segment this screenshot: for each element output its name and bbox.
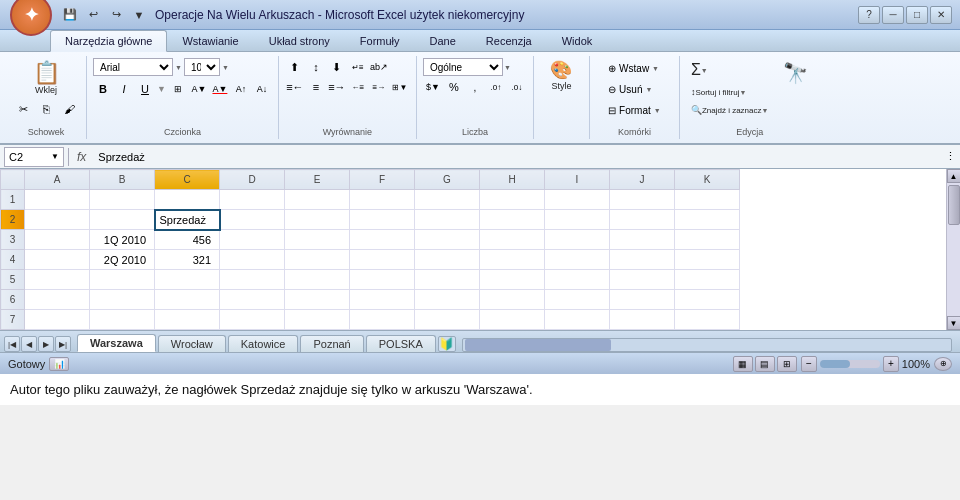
copy-button[interactable]: ⎘ <box>35 99 57 119</box>
delete-cells-button[interactable]: ⊖ Usuń ▼ <box>603 79 666 99</box>
table-row[interactable] <box>220 290 285 310</box>
align-center-button[interactable]: ≡ <box>306 78 326 96</box>
table-row[interactable] <box>155 270 220 290</box>
col-header-K[interactable]: K <box>675 170 740 190</box>
table-row[interactable] <box>415 190 480 210</box>
table-row[interactable] <box>25 230 90 250</box>
sheet-prev-button[interactable]: ◀ <box>21 336 37 352</box>
table-row[interactable] <box>350 290 415 310</box>
percent-button[interactable]: % <box>444 78 464 96</box>
format-cells-button[interactable]: ⊟ Format ▼ <box>603 100 666 120</box>
page-break-button[interactable]: ⊞ <box>777 356 797 372</box>
table-row[interactable] <box>415 310 480 330</box>
table-row[interactable] <box>610 230 675 250</box>
save-button[interactable]: 💾 <box>60 5 80 25</box>
table-row[interactable] <box>350 250 415 270</box>
table-row[interactable] <box>545 310 610 330</box>
table-row[interactable] <box>480 290 545 310</box>
decrease-decimal-button[interactable]: .0↓ <box>507 78 527 96</box>
table-row[interactable] <box>610 270 675 290</box>
wrap-text-button[interactable]: ↵≡ <box>348 58 368 76</box>
table-row[interactable] <box>220 210 285 230</box>
sheet-tab-katowice[interactable]: Katowice <box>228 335 299 352</box>
table-row[interactable] <box>25 270 90 290</box>
style-button[interactable]: 🎨 Style <box>543 58 579 94</box>
increase-indent-button[interactable]: ≡→ <box>369 78 389 96</box>
zoom-out-button[interactable]: − <box>801 356 817 372</box>
sheet-last-button[interactable]: ▶| <box>55 336 71 352</box>
tab-dane[interactable]: Dane <box>415 30 471 51</box>
table-row[interactable] <box>285 230 350 250</box>
row-header-7[interactable]: 7 <box>1 310 25 330</box>
bold-button[interactable]: B <box>93 80 113 98</box>
quickaccess-dropdown[interactable]: ▼ <box>129 5 149 25</box>
zoom-in-button[interactable]: + <box>883 356 899 372</box>
col-header-D[interactable]: D <box>220 170 285 190</box>
scroll-up-arrow[interactable]: ▲ <box>947 169 961 183</box>
table-row[interactable] <box>480 310 545 330</box>
align-top-button[interactable]: ⬆ <box>285 58 305 76</box>
sheet-tab-polska[interactable]: POLSKA <box>366 335 436 352</box>
table-row[interactable] <box>285 310 350 330</box>
table-row[interactable]: 2Q 2010 <box>90 250 155 270</box>
number-format-select[interactable]: Ogólne <box>423 58 503 76</box>
sort-button[interactable]: ↕ Sortuj i filtruj ▼ <box>686 84 774 100</box>
sheet-tab-warszawa[interactable]: Warszawa <box>77 334 156 352</box>
tab-uklad[interactable]: Układ strony <box>254 30 345 51</box>
table-row[interactable] <box>155 310 220 330</box>
table-row[interactable] <box>610 310 675 330</box>
font-size-select[interactable]: 10 <box>184 58 220 76</box>
table-row[interactable] <box>90 290 155 310</box>
table-row[interactable] <box>25 290 90 310</box>
table-row[interactable] <box>675 190 740 210</box>
table-row[interactable] <box>480 230 545 250</box>
table-row[interactable] <box>350 310 415 330</box>
row-header-5[interactable]: 5 <box>1 270 25 290</box>
table-row[interactable] <box>545 210 610 230</box>
table-row[interactable] <box>285 270 350 290</box>
insert-cells-button[interactable]: ⊕ Wstaw ▼ <box>603 58 666 78</box>
shrink-font-button[interactable]: A↓ <box>252 80 272 98</box>
table-row[interactable] <box>480 250 545 270</box>
table-row[interactable] <box>25 250 90 270</box>
cell-ref-dropdown[interactable]: ▼ <box>51 152 59 161</box>
find-button[interactable]: 🔍 Znajdź i zaznacz ▼ <box>686 102 774 118</box>
table-row[interactable] <box>610 250 675 270</box>
col-header-B[interactable]: B <box>90 170 155 190</box>
table-row[interactable] <box>220 270 285 290</box>
col-header-J[interactable]: J <box>610 170 675 190</box>
tab-wstawianie[interactable]: Wstawianie <box>167 30 253 51</box>
table-row[interactable]: 321 <box>155 250 220 270</box>
align-left-button[interactable]: ≡← <box>285 78 305 96</box>
table-row[interactable] <box>415 290 480 310</box>
table-row[interactable] <box>25 210 90 230</box>
table-row[interactable] <box>285 190 350 210</box>
table-row[interactable] <box>350 210 415 230</box>
sheet-tab-wroclaw[interactable]: Wrocław <box>158 335 226 352</box>
status-icon[interactable]: 📊 <box>49 357 69 371</box>
col-header-C[interactable]: C <box>155 170 220 190</box>
currency-button[interactable]: $▼ <box>423 78 443 96</box>
scroll-down-arrow[interactable]: ▼ <box>947 316 961 330</box>
sheet-next-button[interactable]: ▶ <box>38 336 54 352</box>
table-row[interactable] <box>675 250 740 270</box>
undo-button[interactable]: ↩ <box>83 5 103 25</box>
row-header-2[interactable]: 2 <box>1 210 25 230</box>
table-row[interactable] <box>350 190 415 210</box>
align-bottom-button[interactable]: ⬇ <box>327 58 347 76</box>
table-row[interactable] <box>610 210 675 230</box>
sheet-first-button[interactable]: |◀ <box>4 336 20 352</box>
col-header-F[interactable]: F <box>350 170 415 190</box>
align-right-button[interactable]: ≡→ <box>327 78 347 96</box>
table-row[interactable] <box>545 230 610 250</box>
cut-button[interactable]: ✂ <box>12 99 34 119</box>
table-row[interactable] <box>155 190 220 210</box>
table-row[interactable] <box>415 270 480 290</box>
sheet-tab-poznan[interactable]: Poznań <box>300 335 363 352</box>
table-row[interactable] <box>90 270 155 290</box>
table-row[interactable] <box>545 190 610 210</box>
horizontal-scrollbar[interactable] <box>462 338 952 352</box>
table-row[interactable] <box>90 190 155 210</box>
border-button[interactable]: ⊞ <box>168 80 188 98</box>
grow-font-button[interactable]: A↑ <box>231 80 251 98</box>
